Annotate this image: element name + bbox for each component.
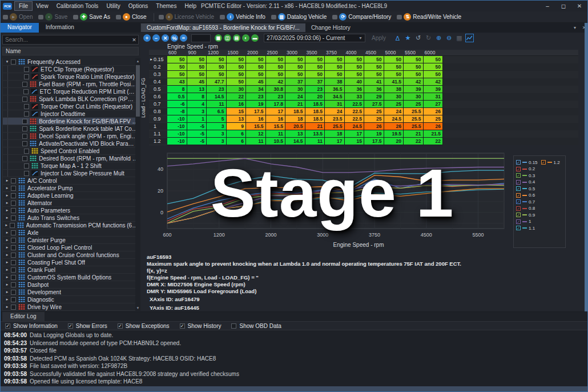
table-cell[interactable]: 19 [246, 101, 266, 108]
table-cell[interactable]: 50 [424, 63, 444, 71]
checked-checkbox-icon[interactable]: ✓ [5, 323, 10, 329]
minimize-button[interactable]: – [539, 1, 555, 11]
legend-checkbox[interactable]: ✓ [516, 167, 521, 171]
table-cell[interactable]: 20 [305, 93, 325, 101]
table-cell[interactable]: 50 [404, 71, 424, 78]
table-cell[interactable]: 50 [305, 63, 325, 71]
tree-folder-development[interactable]: ▸Development [3, 289, 138, 296]
table-cell[interactable]: 25 [424, 115, 444, 123]
table-cell[interactable]: -10 [167, 130, 187, 138]
table-cell[interactable]: 11 [207, 101, 227, 108]
tree-checkbox[interactable] [24, 104, 29, 109]
tree-folder-drive-by-wire[interactable]: ▸Drive by Wire [3, 303, 138, 311]
table-cell[interactable]: 23 [305, 86, 325, 93]
expand-icon[interactable]: ▸ [5, 305, 10, 309]
tree-checkbox[interactable] [11, 282, 16, 287]
table-cell[interactable]: 6.5 [207, 108, 227, 115]
table-cell[interactable]: 50 [227, 78, 247, 86]
table-cell[interactable]: 11 [266, 130, 286, 138]
table-cell[interactable]: 50 [187, 71, 207, 78]
table-cell[interactable]: 12 [246, 130, 266, 138]
table-cell[interactable]: 17 [266, 108, 286, 115]
table-cell[interactable]: 30.8 [266, 86, 286, 93]
tree-checkbox[interactable] [11, 305, 16, 310]
table-cell[interactable]: 50 [167, 71, 187, 78]
table-cell[interactable]: 17.8 [266, 101, 286, 108]
table-cell[interactable]: -5 [187, 130, 207, 138]
table-cell[interactable]: 45 [246, 78, 266, 86]
table-cell[interactable]: 50 [187, 56, 207, 63]
table-cell[interactable]: 15.5 [266, 123, 286, 130]
save-as-button[interactable]: ✚Save As [73, 13, 110, 21]
table-cell[interactable]: 11 [246, 138, 266, 145]
table-cell[interactable]: 34 [246, 86, 266, 93]
tree-item-fuel-base-rpm-rpm-throttle-position-rela[interactable]: Fuel Base (RPM - rpm, Throttle Position … [3, 81, 138, 88]
legend-checkbox[interactable]: ✓ [516, 219, 521, 224]
search-input[interactable] [3, 37, 130, 43]
table-cell[interactable]: 6 [227, 138, 247, 145]
tree-item-desired-boost-rpm-rpm-manifold-charge-te[interactable]: Desired Boost (RPM - rpm, Manifold Charg… [3, 155, 138, 162]
main-scrollbar[interactable] [585, 23, 587, 311]
table-cell[interactable]: 50 [187, 63, 207, 71]
table-cell[interactable]: 50 [364, 63, 384, 71]
table-cell[interactable]: 50 [167, 56, 187, 63]
tree-checkbox[interactable] [24, 74, 29, 79]
row-header-0.15[interactable]: ▸0.15 [149, 56, 167, 63]
table-cell[interactable]: 25 [384, 101, 404, 108]
table-cell[interactable]: 1 [187, 115, 207, 123]
table-cell[interactable]: 17.5 [364, 138, 384, 145]
tree-scrollbar-thumb[interactable] [136, 65, 140, 117]
table-cell[interactable]: -5 [187, 123, 207, 130]
subtract-icon[interactable]: − [152, 34, 160, 42]
table-cell[interactable]: 17 [345, 130, 365, 138]
row-header-0.2[interactable]: 0.2 [149, 63, 167, 71]
table-cell[interactable]: 22.5 [345, 101, 365, 108]
table-cell[interactable]: 50 [227, 63, 247, 71]
table-cell[interactable]: 10.5 [266, 138, 286, 145]
table-cell[interactable]: 50 [207, 63, 227, 71]
table-cell[interactable]: 50 [207, 56, 227, 63]
table-cell[interactable]: 50 [266, 56, 286, 63]
tree-folder-coasting-fuel-shut-off[interactable]: ▸Coasting Fuel Shut Off [3, 259, 138, 266]
table-cell[interactable]: 13 [187, 86, 207, 93]
table-cell[interactable]: 50 [285, 56, 305, 63]
table-cell[interactable]: 8 [167, 86, 187, 93]
row-header-0.7[interactable]: 0.7 [149, 101, 167, 108]
column-header-3500[interactable]: 3500 [305, 50, 325, 55]
table-cell[interactable]: 18.5 [305, 108, 325, 115]
table-cell[interactable]: 25.5 [404, 108, 424, 115]
table-cell[interactable]: 23 [246, 93, 266, 101]
column-header-6000[interactable]: 6000 [424, 50, 444, 55]
table-cell[interactable]: 50 [227, 56, 247, 63]
table-cell[interactable]: 50 [345, 71, 365, 78]
table-cell[interactable]: 42 [266, 78, 286, 86]
table-cell[interactable]: 25.5 [404, 123, 424, 130]
tree-checkbox[interactable] [22, 126, 27, 131]
table-cell[interactable]: 16 [227, 101, 247, 108]
expand-icon[interactable]: ▸ [5, 215, 10, 220]
table-cell[interactable]: 25 [364, 108, 384, 115]
table-cell[interactable]: 50 [167, 63, 187, 71]
row-header-0.4[interactable]: 0.4 [149, 78, 167, 86]
tree-checkbox[interactable] [10, 223, 15, 228]
tree-item-injector-low-slope-pressure-mult[interactable]: Injector Low Slope Pressure Mult [3, 170, 138, 177]
table-cell[interactable]: 16 [266, 115, 286, 123]
table-cell[interactable]: 50 [285, 63, 305, 71]
table-cell[interactable]: 18 [285, 115, 305, 123]
increase-icon[interactable]: ⊕ [434, 34, 443, 42]
menu-view[interactable]: View [32, 2, 53, 10]
table-cell[interactable]: 22.5 [345, 115, 365, 123]
menu-file[interactable]: File [15, 2, 32, 10]
expand-icon[interactable]: ▸ [5, 275, 10, 279]
column-header-600[interactable]: 600 [167, 50, 187, 55]
table-cell[interactable]: -10 [167, 138, 187, 145]
table-cell[interactable]: 3 [207, 123, 227, 130]
column-header-5000[interactable]: 5000 [384, 50, 404, 55]
percent-icon[interactable]: % [171, 34, 178, 42]
tree-item-speed-control-enabled[interactable]: Speed Control Enabled [3, 147, 138, 155]
doc-tab-map[interactable]: CustomFordMap: auF16593 - Borderline Kno… [141, 23, 305, 32]
table-cell[interactable]: 5 [207, 115, 227, 123]
tree-item-torque-map-a-1-2-shift[interactable]: Torque Map A - 1 2 Shift [3, 162, 138, 170]
table-cell[interactable]: 26 [424, 123, 444, 130]
table-cell[interactable]: 25 [404, 101, 424, 108]
